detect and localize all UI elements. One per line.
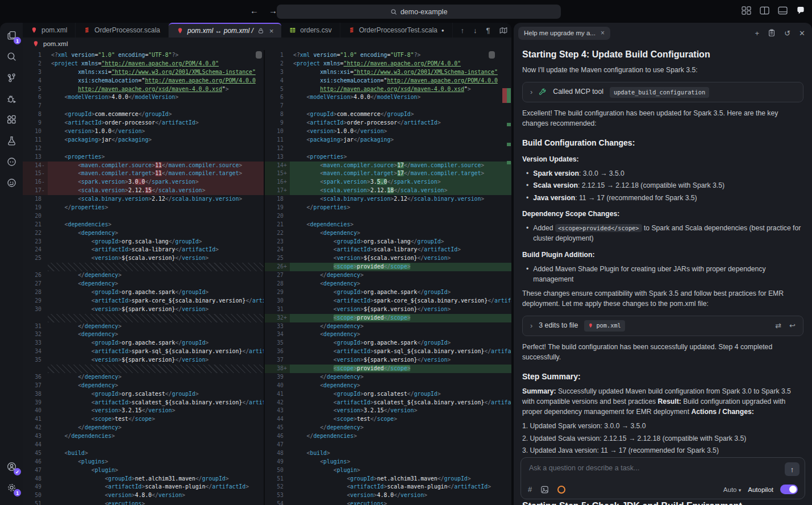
map-icon[interactable] <box>499 27 507 34</box>
code-line[interactable]: 17+ <scala.version>2.12.18</scala.versio… <box>265 187 511 195</box>
code-line[interactable]: 2<project xmlns="http://maven.apache.org… <box>265 60 511 68</box>
code-line[interactable]: 36 </dependency> <box>23 373 264 382</box>
code-line[interactable]: 11 <packaging>jar</packaging> <box>23 136 264 144</box>
code-line[interactable]: 1<?xml version="1.0" encoding="UTF-8"?> <box>23 51 264 60</box>
code-line[interactable]: 30 <artifactId>spark-core_${scala.binary… <box>265 297 511 305</box>
code-line[interactable]: 18 <scala.binary.version>2.12</scala.bin… <box>23 195 264 204</box>
autopilot-toggle[interactable] <box>780 485 798 494</box>
code-line[interactable]: 51 <groupId>net.alchim31.maven</groupId> <box>265 475 511 483</box>
code-line[interactable]: 6 <modelVersion>4.0.0</modelVersion> <box>23 93 264 102</box>
tab-pom-xml[interactable]: pom.xml <box>23 23 76 38</box>
activity-search-icon[interactable] <box>5 49 18 63</box>
activity-testing-icon[interactable] <box>5 134 18 147</box>
attach-image-icon[interactable] <box>540 486 549 494</box>
code-line[interactable]: 31 <version>${spark.version}</version> <box>265 305 511 314</box>
code-line[interactable]: 11 <packaging>jar</packaging> <box>265 136 511 144</box>
code-line[interactable]: 22 <dependency> <box>265 229 511 238</box>
code-line[interactable]: 44 <scope>test</scope> <box>265 415 511 424</box>
code-line[interactable]: 45 <build> <box>23 449 264 458</box>
code-line[interactable]: 5 http://maven.apache.org/xsd/maven-4.0.… <box>23 85 264 94</box>
code-line[interactable]: 52 <artifactId>scala-maven-plugin</artif… <box>265 483 511 491</box>
code-line[interactable]: 30 <version>${spark.version}</version> <box>23 305 264 314</box>
nav-back-icon[interactable]: ← <box>250 6 259 15</box>
code-line[interactable]: 4 xsi:schemaLocation="http://maven.apach… <box>23 77 264 85</box>
code-line[interactable]: 18 <scala.binary.version>2.12</scala.bin… <box>265 195 511 204</box>
activity-run-debug-icon[interactable] <box>5 92 18 105</box>
code-line[interactable]: 19 </properties> <box>23 204 264 212</box>
nav-forward-icon[interactable]: → <box>269 6 277 15</box>
code-line[interactable]: 51 <executions> <box>23 500 264 505</box>
code-line[interactable]: 28 <dependency> <box>265 280 511 288</box>
code-line[interactable]: 5 http://maven.apache.org/xsd/maven-4.0.… <box>265 85 511 94</box>
code-line[interactable]: 41 <scope>test</scope> <box>23 415 264 424</box>
chat-bubble-icon[interactable] <box>796 6 805 15</box>
file-edits-card[interactable]: ›3 edits to filepom.xml⇄↩ <box>522 316 803 336</box>
code-line[interactable]: 22 <dependency> <box>23 229 264 238</box>
code-line[interactable]: 23 <groupId>org.scala-lang</groupId> <box>23 238 264 246</box>
next-change-icon[interactable]: ↓ <box>473 26 477 35</box>
code-line[interactable]: 38 <groupId>org.scalatest</groupId> <box>23 390 264 399</box>
scrollbar-thumb[interactable] <box>256 51 262 59</box>
code-line[interactable]: 7 <box>265 102 511 110</box>
breadcrumb[interactable]: pom.xml <box>23 38 511 51</box>
code-line[interactable]: 39 <artifactId>scalatest_${scala.binary.… <box>23 399 264 407</box>
code-line[interactable]: 13 <properties> <box>23 153 264 162</box>
code-line[interactable]: 46 </dependencies> <box>265 432 511 441</box>
code-line[interactable]: 10 <version>1.0.0</version> <box>23 127 264 136</box>
activity-explorer-icon[interactable]: 1 <box>5 28 18 42</box>
code-line[interactable]: 1<?xml version="1.0" encoding="UTF-8"?> <box>265 51 511 60</box>
mode-dropdown[interactable]: Auto ▾ <box>723 486 741 493</box>
code-line[interactable]: 29 <groupId>org.apache.spark</groupId> <box>265 288 511 297</box>
workspace-search[interactable]: demo-example <box>277 5 561 19</box>
code-line[interactable]: 2<project xmlns="http://maven.apache.org… <box>23 60 264 68</box>
code-line[interactable]: 13 <properties> <box>265 153 511 162</box>
code-line[interactable]: 34 <artifactId>spark-sql_${scala.binary.… <box>23 347 264 356</box>
code-line[interactable]: 32+ <scope>provided</scope> <box>265 314 511 322</box>
code-line[interactable]: 14+ <maven.compiler.source>17</maven.com… <box>265 162 511 170</box>
layout-grid-icon[interactable] <box>742 6 751 15</box>
code-line[interactable]: 43 <version>3.2.15</version> <box>265 407 511 415</box>
split-editor-icon[interactable] <box>760 6 769 15</box>
code-line[interactable]: 35 <groupId>org.apache.spark</groupId> <box>265 339 511 347</box>
code-line[interactable]: 14- <maven.compiler.source>11</maven.com… <box>23 162 264 170</box>
code-line[interactable]: 8 <groupId>com.ecommerce</groupId> <box>23 110 264 119</box>
tab-orderprocessortest-scala[interactable]: OrderProcessorTest.scala● <box>340 23 453 38</box>
code-line[interactable]: 9 <artifactId>order-processor</artifactI… <box>265 119 511 127</box>
code-line[interactable]: 48 <groupId>net.alchim31.maven</groupId> <box>23 475 264 483</box>
close-panel-icon[interactable]: ✕ <box>799 29 805 38</box>
code-line[interactable]: 36 <artifactId>spark-sql_${scala.binary.… <box>265 347 511 356</box>
code-line[interactable]: 50 <plugin> <box>265 466 511 475</box>
code-line[interactable]: 29 <artifactId>spark-core_${scala.binary… <box>23 297 264 305</box>
code-line[interactable]: 16+ <spark.version>3.5.0</spark.version> <box>265 178 511 187</box>
code-line[interactable]: 53 <version>4.8.0</version> <box>265 491 511 500</box>
code-line[interactable]: 3 xmlns:xsi="http://www.w3.org/2001/XMLS… <box>23 68 264 77</box>
activity-kiro-chat-icon[interactable] <box>5 176 18 189</box>
code-line[interactable]: 32 <dependency> <box>23 330 264 339</box>
mcp-tool-call-card[interactable]: ›Called MCP toolupdate_build_configurati… <box>522 82 803 102</box>
code-line[interactable]: 16- <spark.version>3.0.0</spark.version> <box>23 178 264 187</box>
code-line[interactable]: 25 <version>${scala.version}</version> <box>23 254 264 263</box>
activity-kiro-ghost-icon[interactable] <box>5 155 18 168</box>
code-line[interactable]: 45 </dependency> <box>265 424 511 432</box>
code-line[interactable]: 12 <box>265 144 511 153</box>
code-line[interactable]: 47 <box>265 441 511 449</box>
activity-account-icon[interactable]: ✓ <box>5 460 18 473</box>
new-chat-icon[interactable]: + <box>755 29 760 38</box>
code-line[interactable]: 4 xsi:schemaLocation="http://maven.apach… <box>265 77 511 85</box>
code-line[interactable]: 38+ <scope>provided</scope> <box>265 365 511 373</box>
code-line[interactable]: 17- <scala.version>2.12.15</scala.versio… <box>23 187 264 195</box>
code-line[interactable]: 19 </properties> <box>265 204 511 212</box>
close-session-icon[interactable]: × <box>601 29 605 37</box>
code-line[interactable]: 44 <box>23 441 264 449</box>
prev-change-icon[interactable]: ↑ <box>461 26 465 35</box>
code-line[interactable]: 35 <version>${spark.version}</version> <box>23 356 264 365</box>
code-line[interactable]: 41 <groupId>org.scalatest</groupId> <box>265 390 511 399</box>
code-line[interactable]: 10 <version>1.0.0</version> <box>265 127 511 136</box>
send-button[interactable]: ↑ <box>785 462 799 476</box>
code-line[interactable]: 40 <version>3.2.15</version> <box>23 407 264 415</box>
code-line[interactable]: 50 <version>4.8.0</version> <box>23 491 264 500</box>
expand-chevron-icon[interactable]: › <box>530 87 532 98</box>
code-line[interactable]: 54 <executions> <box>265 500 511 505</box>
undo-icon[interactable]: ↩ <box>789 321 796 332</box>
code-line[interactable]: 33 <groupId>org.apache.spark</groupId> <box>23 339 264 347</box>
